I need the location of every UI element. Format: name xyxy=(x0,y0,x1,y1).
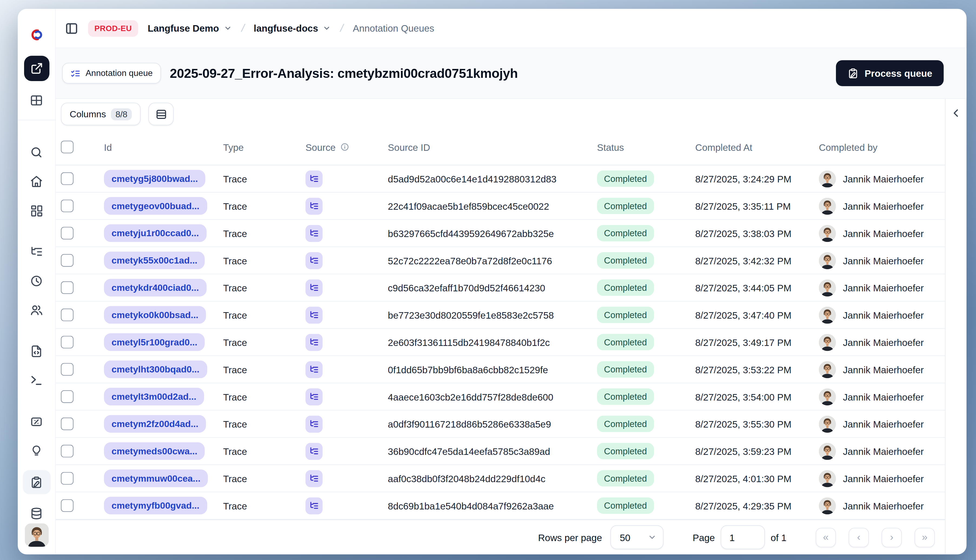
sidebar-item-playground[interactable] xyxy=(26,371,47,390)
table-row[interactable]: cmetykdr400ciad0... Trace c9d56ca32efaff… xyxy=(56,274,945,302)
sidebar-item-datasets[interactable] xyxy=(26,504,47,523)
trace-tree-icon[interactable] xyxy=(305,197,322,214)
info-icon xyxy=(340,142,349,152)
trace-tree-icon[interactable] xyxy=(305,361,322,378)
row-checkbox[interactable] xyxy=(61,227,73,240)
row-checkbox[interactable] xyxy=(61,200,73,212)
completed-by-cell: Jannik Maierhoefer xyxy=(811,225,945,242)
home-icon xyxy=(30,175,43,188)
process-queue-button[interactable]: Process queue xyxy=(836,60,944,86)
table-row[interactable]: cmetyko0k00bsad... Trace be7723e30d80205… xyxy=(56,302,945,329)
sidebar-item-annotation-queues[interactable] xyxy=(22,470,50,494)
row-checkbox[interactable] xyxy=(61,336,73,348)
item-id-pill[interactable]: cmetyl5r100grad0... xyxy=(104,333,205,351)
item-id-pill[interactable]: cmetymmuw00cea... xyxy=(104,470,208,487)
sidebar-item-evaluation[interactable] xyxy=(26,412,47,431)
columns-button[interactable]: Columns 8/8 xyxy=(61,103,140,125)
completed-by-avatar xyxy=(819,197,836,214)
item-type: Trace xyxy=(215,200,298,212)
row-height-button[interactable] xyxy=(148,103,174,125)
table-row[interactable]: cmetyk55x00c1ad... Trace 52c72c2222ea78e… xyxy=(56,247,945,274)
item-id-pill[interactable]: cmetyk55x00c1ad... xyxy=(104,252,205,270)
completed-at: 8/27/2025, 3:49:17 PM xyxy=(687,337,811,348)
sidebar-item-dashboards[interactable] xyxy=(26,201,47,220)
item-id-pill[interactable]: cmetylht300bqad0... xyxy=(104,360,207,378)
item-id-pill[interactable]: cmetym2fz00d4ad... xyxy=(104,415,206,433)
status-badge: Completed xyxy=(597,443,654,460)
chevron-left-icon xyxy=(951,108,961,118)
sidebar-toggle-button[interactable] xyxy=(65,22,79,35)
table-row[interactable]: cmetygeov00buad... Trace 22c41f09acae5b1… xyxy=(56,193,945,220)
trace-tree-icon[interactable] xyxy=(305,225,322,242)
trace-tree-icon[interactable] xyxy=(305,470,322,487)
item-id-pill[interactable]: cmetymyfb00gvad... xyxy=(104,497,207,515)
row-checkbox[interactable] xyxy=(61,445,73,458)
table-row[interactable]: cmetymeds00cwa... Trace 36b90cdfc47e5da1… xyxy=(56,438,945,465)
item-id-pill[interactable]: cmetyko0k00bsad... xyxy=(104,306,206,324)
table-row[interactable]: cmetyg5j800bwad... Trace d5ad9d52a00c6e1… xyxy=(56,165,945,193)
item-id-pill[interactable]: cmetykdr400ciad0... xyxy=(104,278,206,297)
table-row[interactable]: cmetylht300bqad0... Trace 0f1dd65b7bb9bf… xyxy=(56,356,945,383)
trace-tree-icon[interactable] xyxy=(305,279,322,296)
next-page-button[interactable]: › xyxy=(882,528,902,547)
trace-tree-icon[interactable] xyxy=(305,333,322,350)
trace-tree-icon[interactable] xyxy=(305,170,322,187)
item-id-pill[interactable]: cmetylt3m00d2ad... xyxy=(104,388,204,406)
open-external-button[interactable] xyxy=(24,56,49,81)
item-id-pill[interactable]: cmetygeov00buad... xyxy=(104,197,207,215)
org-switcher[interactable]: Langfuse Demo xyxy=(148,23,232,33)
rows-per-page-select[interactable]: 50 xyxy=(610,525,664,549)
project-name: langfuse-docs xyxy=(254,23,318,33)
status-badge: Completed xyxy=(597,280,654,296)
table-row[interactable]: cmetyju1r00ccad0... Trace b63297665cfd44… xyxy=(56,220,945,247)
row-checkbox[interactable] xyxy=(61,390,73,403)
chevron-down-icon xyxy=(223,24,232,32)
completed-by-avatar xyxy=(819,442,836,460)
row-checkbox[interactable] xyxy=(61,472,73,485)
sidebar-item-sessions[interactable] xyxy=(26,272,47,290)
table-row[interactable]: cmetyl5r100grad0... Trace 2e603f31361115… xyxy=(56,329,945,356)
list-tree-icon xyxy=(30,245,43,258)
source-id: 0f1dd65b7bb9bf6ba8a6cbb82c1529fe xyxy=(380,364,589,375)
annotation-queue-table: Id Type Source Source ID Status Complete… xyxy=(56,129,945,554)
completed-at: 8/27/2025, 3:35:11 PM xyxy=(687,200,811,212)
table-row[interactable]: cmetym2fz00d4ad... Trace a0df3f901167218… xyxy=(56,410,945,438)
breadcrumb-separator: / xyxy=(339,22,345,35)
sidebar-item-tracing[interactable] xyxy=(26,243,47,262)
row-checkbox[interactable] xyxy=(61,172,73,185)
page-number-input[interactable] xyxy=(721,525,765,549)
item-id-pill[interactable]: cmetyg5j800bwad... xyxy=(104,170,205,188)
previous-page-button[interactable]: ‹ xyxy=(849,528,869,547)
sidebar-item-insights[interactable] xyxy=(26,442,47,460)
table-row[interactable]: cmetymyfb00gvad... Trace 8dc69b1ba1e540b… xyxy=(56,492,945,520)
column-header-completed-by: Completed by xyxy=(811,142,945,152)
select-all-checkbox[interactable] xyxy=(61,140,73,153)
first-page-button[interactable]: « xyxy=(816,528,836,547)
row-checkbox[interactable] xyxy=(61,254,73,267)
trace-tree-icon[interactable] xyxy=(305,306,322,323)
last-page-button[interactable]: » xyxy=(914,528,935,547)
trace-tree-icon[interactable] xyxy=(305,388,322,405)
sidebar-item-home[interactable] xyxy=(26,172,47,191)
table-row[interactable]: cmetymmuw00cea... Trace aaf0c38db0f3f204… xyxy=(56,465,945,492)
completed-by-avatar xyxy=(819,306,836,323)
row-checkbox[interactable] xyxy=(61,418,73,430)
item-id-pill[interactable]: cmetyju1r00ccad0... xyxy=(104,224,206,242)
sidebar-item-users[interactable] xyxy=(26,300,47,319)
collapse-panel-button[interactable] xyxy=(951,108,961,118)
row-checkbox[interactable] xyxy=(61,308,73,322)
trace-tree-icon[interactable] xyxy=(305,497,322,514)
table-view-button[interactable] xyxy=(26,91,47,110)
trace-tree-icon[interactable] xyxy=(305,415,322,432)
sidebar-item-search[interactable] xyxy=(26,143,47,162)
row-checkbox[interactable] xyxy=(61,499,73,512)
project-switcher[interactable]: langfuse-docs xyxy=(254,23,330,33)
trace-tree-icon[interactable] xyxy=(305,442,322,460)
row-checkbox[interactable] xyxy=(61,363,73,376)
trace-tree-icon[interactable] xyxy=(305,252,322,269)
item-id-pill[interactable]: cmetymeds00cwa... xyxy=(104,442,205,460)
row-checkbox[interactable] xyxy=(61,282,73,294)
table-row[interactable]: cmetylt3m00d2ad... Trace 4aaece1603cb2e1… xyxy=(56,383,945,410)
user-avatar[interactable] xyxy=(24,523,48,547)
sidebar-item-prompts[interactable] xyxy=(26,342,47,361)
